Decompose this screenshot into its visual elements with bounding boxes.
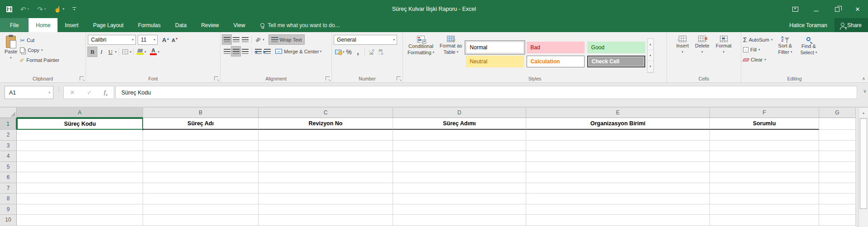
tab-data[interactable]: Data (168, 18, 194, 32)
row-header-8[interactable]: 8 (0, 194, 17, 204)
font-color-button[interactable]: A (149, 47, 158, 57)
cell-D5[interactable] (393, 162, 526, 173)
column-header-F[interactable]: F (710, 108, 819, 118)
tab-formulas[interactable]: Formulas (131, 18, 168, 32)
cell-style-calculation[interactable]: Calculation (527, 56, 585, 67)
tab-file[interactable]: File (0, 18, 29, 32)
insert-function-icon[interactable]: fx (104, 89, 108, 97)
cell-D1[interactable]: Süreç Adımı (393, 118, 526, 130)
decrease-font-size-button[interactable]: A▼ (170, 35, 179, 45)
cell-B6[interactable] (143, 172, 259, 183)
cell-C8[interactable] (259, 194, 393, 204)
cell-C7[interactable] (259, 183, 393, 194)
cell-F6[interactable] (710, 172, 819, 183)
delete-cells-button[interactable]: ✕ Delete ▾ (692, 34, 712, 75)
cell-C3[interactable] (259, 141, 393, 151)
format-cells-button[interactable]: Format ▾ (713, 34, 734, 75)
cell-B7[interactable] (143, 183, 259, 194)
cell-B8[interactable] (143, 194, 259, 204)
cell-G7[interactable] (819, 183, 856, 194)
share-button[interactable]: Share (834, 18, 868, 32)
restore-button[interactable] (826, 0, 847, 18)
increase-font-size-button[interactable]: A▲ (161, 35, 170, 45)
decrease-decimal-button[interactable]: .00→.0 (376, 47, 385, 57)
cell-E9[interactable] (526, 204, 710, 215)
column-header-A[interactable]: A (17, 108, 143, 118)
signed-in-user[interactable]: Hatice Toraman (789, 18, 827, 32)
undo-button[interactable]: ↶▾ (20, 6, 29, 13)
cell-D3[interactable] (393, 141, 526, 151)
cell-C4[interactable] (259, 151, 393, 162)
decrease-indent-button[interactable]: ◀ (254, 47, 263, 56)
underline-button[interactable]: U (106, 47, 115, 57)
vertical-scrollbar[interactable]: ▲ (858, 108, 868, 227)
number-format-combobox[interactable]: General▾ (334, 35, 397, 45)
cell-F8[interactable] (710, 194, 819, 204)
cell-B9[interactable] (143, 204, 259, 215)
formula-input[interactable]: Süreç Kodu (115, 86, 857, 99)
cell-style-bad[interactable]: Bad (527, 42, 585, 53)
cell-style-good[interactable]: Good (587, 42, 645, 53)
save-button[interactable] (6, 6, 12, 12)
cut-button[interactable]: ✂Cut (20, 35, 59, 45)
number-dialog-launcher[interactable] (397, 76, 401, 80)
cell-style-normal[interactable]: Normal (466, 42, 524, 53)
row-header-2[interactable]: 2 (0, 130, 17, 141)
row-header-4[interactable]: 4 (0, 151, 17, 162)
tab-review[interactable]: Review (194, 18, 226, 32)
scrollbar-thumb[interactable] (860, 118, 867, 209)
customize-qat-button[interactable]: ▾ (72, 7, 76, 11)
minimize-button[interactable] (806, 0, 826, 18)
clipboard-dialog-launcher[interactable] (80, 76, 84, 80)
cell-A9[interactable] (17, 204, 143, 215)
paste-button[interactable]: Paste ▾ (2, 34, 20, 75)
confirm-entry-icon[interactable]: ✓ (87, 89, 92, 96)
cell-B3[interactable] (143, 141, 259, 151)
cancel-entry-icon[interactable]: ✕ (70, 89, 75, 96)
cell-D6[interactable] (393, 172, 526, 183)
close-button[interactable]: ✕ (847, 0, 868, 18)
cell-G3[interactable] (819, 141, 856, 151)
cell-E6[interactable] (526, 172, 710, 183)
cell-C6[interactable] (259, 172, 393, 183)
gallery-more-styles-icon[interactable]: ▼ (647, 61, 653, 72)
cell-G1[interactable] (819, 118, 856, 130)
cell-A4[interactable] (17, 151, 143, 162)
bottom-align-button[interactable] (240, 35, 249, 44)
bold-button[interactable]: B (88, 47, 97, 57)
row-header-7[interactable]: 7 (0, 183, 17, 194)
alignment-dialog-launcher[interactable] (326, 76, 330, 80)
cell-D9[interactable] (393, 204, 526, 215)
align-left-button[interactable] (222, 47, 231, 56)
cell-C9[interactable] (259, 204, 393, 215)
row-header-6[interactable]: 6 (0, 172, 17, 183)
cell-A6[interactable] (17, 172, 143, 183)
merge-center-button[interactable]: ↔ Merge & Center (274, 47, 320, 56)
column-header-E[interactable]: E (526, 108, 710, 118)
cell-A3[interactable] (17, 141, 143, 151)
column-header-G[interactable]: G (819, 108, 856, 118)
name-box[interactable]: A1 ▾ (5, 86, 53, 99)
row-header-3[interactable]: 3 (0, 141, 17, 151)
tell-me-box[interactable]: Tell me what you want to do… (260, 18, 340, 32)
cell-G5[interactable] (819, 162, 856, 173)
sort-filter-button[interactable]: AZ Sort & Filter▾ (775, 34, 795, 75)
touch-mouse-mode-button[interactable]: ☝▾ (54, 6, 64, 12)
cell-A1[interactable]: Süreç Kodu (17, 118, 143, 130)
insert-cells-button[interactable]: ← Insert ▾ (673, 34, 691, 75)
cell-D7[interactable] (393, 183, 526, 194)
tab-page-layout[interactable]: Page Layout (86, 18, 130, 32)
row-header-5[interactable]: 5 (0, 162, 17, 173)
cell-G9[interactable] (819, 204, 856, 215)
find-select-button[interactable]: Find & Select▾ (797, 34, 820, 75)
cell-B5[interactable] (143, 162, 259, 173)
tab-view[interactable]: View (226, 18, 253, 32)
cell-E8[interactable] (526, 194, 710, 204)
cell-F2[interactable] (710, 130, 819, 141)
cell-A8[interactable] (17, 194, 143, 204)
cell-D4[interactable] (393, 151, 526, 162)
row-header-9[interactable]: 9 (0, 204, 17, 215)
orientation-button[interactable]: ab (254, 35, 263, 44)
cell-F4[interactable] (710, 151, 819, 162)
center-button[interactable] (231, 47, 240, 56)
